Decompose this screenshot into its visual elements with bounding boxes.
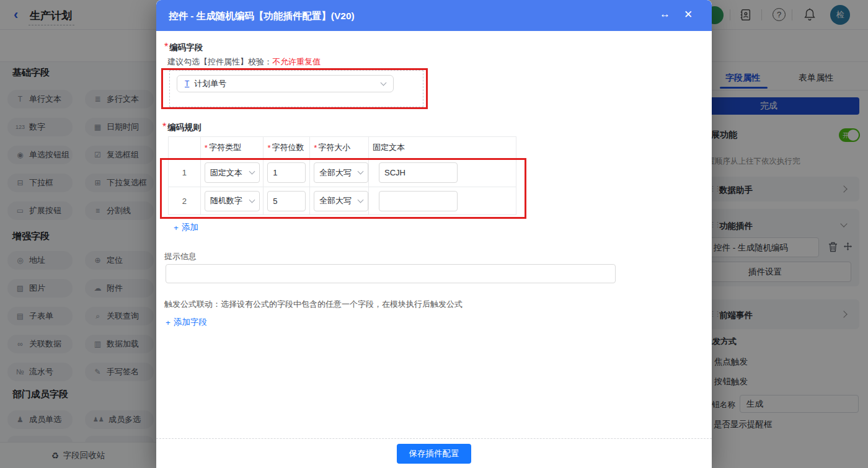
modal-header: 控件 - 生成随机编码【功能插件配置】(V20) ↔ ✕ (156, 0, 712, 31)
hint-text: 建议勾选【控件属性】校验： (167, 57, 272, 66)
header-char-count: *字符位数 (264, 137, 310, 159)
header-char-case: *字符大小 (310, 137, 369, 159)
header-label: 字符类型 (209, 142, 241, 153)
required-star: * (314, 143, 317, 152)
save-plugin-config-button[interactable]: 保存插件配置 (397, 444, 471, 464)
modal-footer-divider (156, 438, 712, 439)
coding-rules-label: *编码规则 (162, 121, 201, 133)
add-rule-link[interactable]: +添加 (174, 222, 198, 233)
header-label: 字符位数 (272, 142, 304, 153)
expand-icon[interactable]: ↔ (660, 8, 670, 20)
link-label: 添加字段 (174, 317, 207, 328)
table-header-row: *字符类型 *字符位数 *字符大小 固定文本 (169, 137, 516, 159)
plus-icon: + (166, 318, 170, 327)
coding-field-label: *编码字段 (164, 42, 203, 53)
label-text: 编码规则 (167, 123, 201, 132)
header-label: 字符大小 (318, 142, 350, 153)
required-star: * (205, 143, 208, 152)
header-label: 固定文本 (373, 142, 405, 153)
tip-message-label: 提示信息 (164, 251, 197, 262)
required-star: * (267, 143, 270, 152)
header-char-type: *字符类型 (201, 137, 264, 159)
header-fixed-text: 固定文本 (369, 137, 516, 159)
link-label: 添加 (182, 222, 198, 233)
close-icon[interactable]: ✕ (684, 8, 693, 21)
required-star: * (162, 121, 166, 132)
tip-message-input[interactable] (166, 264, 616, 283)
add-field-link[interactable]: +添加字段 (166, 317, 207, 328)
modal-title: 控件 - 生成随机编码【功能插件配置】(V20) (169, 10, 355, 23)
plus-icon: + (174, 223, 179, 232)
label-text: 编码字段 (169, 43, 203, 52)
header-index (169, 137, 201, 159)
formula-trigger-note: 触发公式联动：选择设有公式的字段中包含的任意一个字段，在模块执行后触发公式 (164, 299, 463, 310)
annotation-box-rule-rows (160, 158, 526, 219)
coding-field-hint: 建议勾选【控件属性】校验：不允许重复值 (167, 56, 321, 68)
app-root: ‹ 生产计划 ? 检 ⧉ 表单外链 (0, 0, 868, 468)
annotation-box-coding-field (161, 68, 428, 109)
hint-red-text: 不允许重复值 (272, 57, 321, 66)
required-star: * (164, 42, 168, 52)
